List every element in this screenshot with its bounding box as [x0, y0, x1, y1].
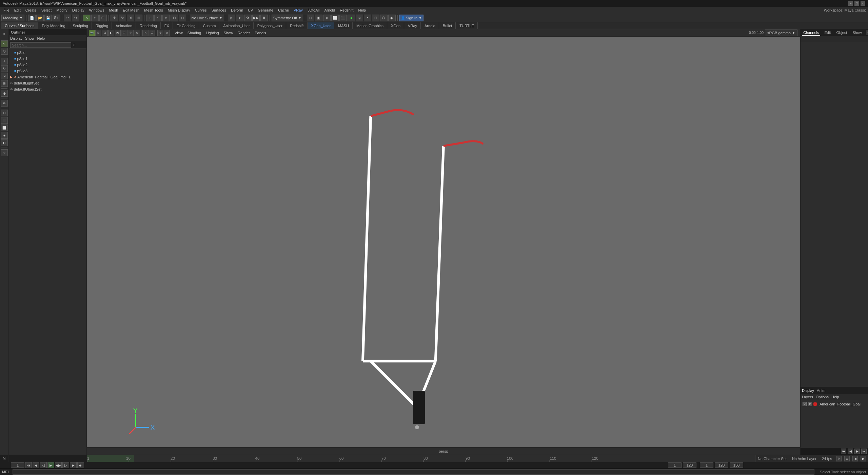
- disp6-btn[interactable]: ●: [348, 15, 355, 21]
- anim-nav2[interactable]: ▶: [861, 456, 866, 461]
- lp-tab-anim[interactable]: Anim: [817, 388, 825, 393]
- anim-end-input[interactable]: [715, 462, 728, 468]
- lt-extra4-btn[interactable]: ◈: [1, 132, 8, 139]
- lt-snap-btn[interactable]: ⊹: [1, 149, 8, 156]
- paint-lt-btn[interactable]: ⬡: [1, 48, 8, 55]
- menu-3dtoall[interactable]: 3DtoAll: [305, 7, 321, 14]
- render-btn[interactable]: ▷: [228, 15, 235, 21]
- rotate-btn[interactable]: ↻: [119, 15, 126, 21]
- shelf-tab-bullet[interactable]: Bullet: [439, 22, 456, 29]
- rp-nav-last[interactable]: ⏭: [861, 449, 867, 454]
- rp-tab-show[interactable]: Show: [851, 30, 863, 35]
- shelf-tab-poly-modeling[interactable]: Poly Modeling: [38, 22, 69, 29]
- menu-redshift[interactable]: Redshift: [338, 7, 355, 14]
- disp11-btn[interactable]: ◉: [388, 15, 396, 21]
- snap-point-btn[interactable]: ◇: [162, 15, 170, 21]
- disp5-btn[interactable]: ⬛: [339, 15, 347, 21]
- vp-menu-shading[interactable]: Shading: [185, 30, 203, 36]
- disp10-btn[interactable]: ⬡: [380, 15, 388, 21]
- pause-btn[interactable]: ⏸: [260, 15, 268, 21]
- disp1-btn[interactable]: □: [307, 15, 314, 21]
- shelf-tab-motion-graphics[interactable]: Motion Graphics: [353, 22, 387, 29]
- save-as-btn[interactable]: S+: [53, 15, 60, 21]
- shelf-tab-fit-caching[interactable]: Fit Caching: [173, 22, 199, 29]
- lp-tab-display[interactable]: Display: [802, 388, 814, 393]
- sign-in-btn[interactable]: 👤 Sign In ▼: [399, 15, 423, 21]
- lt-extra2-btn[interactable]: ⬛: [1, 117, 8, 124]
- vp-icon5[interactable]: ◩: [115, 30, 121, 36]
- disp7-btn[interactable]: ◎: [356, 15, 363, 21]
- close-button[interactable]: ×: [861, 1, 865, 6]
- viewport-canvas[interactable]: X Y: [87, 37, 800, 447]
- vp-menu-view[interactable]: View: [173, 30, 185, 36]
- outliner-item-psilo1[interactable]: ■ pSilo1: [9, 56, 86, 62]
- shelf-tab-rigging[interactable]: Rigging: [92, 22, 112, 29]
- render-settings-btn[interactable]: ⚙: [244, 15, 252, 21]
- menu-deform[interactable]: Deform: [229, 7, 245, 14]
- rp-btn1[interactable]: ◀: [866, 30, 868, 35]
- vp-icon4[interactable]: ◧: [108, 30, 114, 36]
- shelf-tab-animation[interactable]: Animation: [112, 22, 136, 29]
- rp-nav-next[interactable]: ▶: [854, 449, 860, 454]
- timeline-ruler-area[interactable]: 1 10 20 30 40 50 60 70 80 90 100 110 120: [87, 455, 755, 462]
- show-manipulator-btn[interactable]: ⊕: [1, 100, 8, 107]
- rp-tab-object[interactable]: Object: [835, 30, 848, 35]
- save-btn[interactable]: 💾: [44, 15, 52, 21]
- layer-item-afg[interactable]: V P American_Football_Goal: [801, 401, 867, 407]
- shelf-tab-mash[interactable]: MASH: [335, 22, 353, 29]
- shelf-tab-fx[interactable]: FX: [161, 22, 173, 29]
- layer-p-checkbox[interactable]: P: [808, 402, 812, 406]
- menu-cache[interactable]: Cache: [276, 7, 291, 14]
- gamma-display[interactable]: sRGB gamma ▼: [765, 30, 797, 36]
- maximize-button[interactable]: □: [854, 1, 859, 6]
- disp4-btn[interactable]: ⬜: [331, 15, 339, 21]
- anim-start-input[interactable]: [700, 462, 713, 468]
- snap-grid-btn[interactable]: ⊹: [146, 15, 154, 21]
- open-btn[interactable]: 📂: [36, 15, 44, 21]
- vp-menu-lighting[interactable]: Lighting: [204, 30, 221, 36]
- menu-edit[interactable]: Edit: [12, 7, 23, 14]
- shelf-tab-xgen[interactable]: XGen: [388, 22, 404, 29]
- outliner-menu-help[interactable]: Help: [37, 36, 45, 40]
- menu-uv[interactable]: UV: [246, 7, 255, 14]
- outliner-item-psilo[interactable]: ■ pSilo: [9, 50, 86, 56]
- menu-generate[interactable]: Generate: [256, 7, 275, 14]
- menu-curves[interactable]: Curves: [193, 7, 209, 14]
- menu-modify[interactable]: Modify: [54, 7, 69, 14]
- shelf-tab-custom[interactable]: Custom: [199, 22, 219, 29]
- transform-lt-btn[interactable]: ⊞: [1, 80, 8, 87]
- shelf-tab-turtle[interactable]: TURTLE: [456, 22, 478, 29]
- layer-v-checkbox[interactable]: V: [803, 402, 807, 406]
- ipr-btn[interactable]: ⊳: [236, 15, 243, 21]
- vp-icon2[interactable]: ⊟: [95, 30, 101, 36]
- shelf-tab-sculpting[interactable]: Sculpting: [70, 22, 92, 29]
- disp3-btn[interactable]: ◈: [323, 15, 331, 21]
- lasso-btn[interactable]: ⌖: [91, 15, 99, 21]
- shelf-tab-vray[interactable]: VRay: [405, 22, 421, 29]
- shelf-tab-arnold[interactable]: Arnold: [421, 22, 439, 29]
- vp-menu-show[interactable]: Show: [222, 30, 235, 36]
- lt-extra1-btn[interactable]: ⊡: [1, 110, 8, 116]
- redo-btn[interactable]: ↪: [72, 15, 79, 21]
- vp-icon6[interactable]: ◫: [121, 30, 127, 36]
- outliner-search-input[interactable]: [10, 42, 71, 48]
- range-end-input[interactable]: [683, 462, 696, 468]
- mode-dropdown[interactable]: Modeling ▼: [1, 15, 24, 21]
- layer-menu-options[interactable]: Options: [816, 395, 829, 399]
- vp-icon8[interactable]: ⊕: [134, 30, 140, 36]
- play-fwd-btn[interactable]: ▶: [47, 462, 54, 468]
- vp-icon9[interactable]: ↖: [142, 30, 149, 36]
- rp-nav-first[interactable]: ⏮: [841, 449, 846, 454]
- scale-btn[interactable]: ⇲: [127, 15, 134, 21]
- paint-select-btn[interactable]: ⬡: [99, 15, 107, 21]
- shelf-tab-xgen-user[interactable]: XGen_User: [308, 22, 334, 29]
- move-lt-btn[interactable]: ✛: [1, 58, 8, 64]
- menu-arnold[interactable]: Arnold: [322, 7, 337, 14]
- current-frame-input[interactable]: [11, 462, 24, 468]
- vp-menu-render[interactable]: Render: [236, 30, 252, 36]
- shelf-tab-polygons-user[interactable]: Polygons_User: [254, 22, 287, 29]
- next-key-btn[interactable]: ▷: [62, 462, 69, 468]
- menu-windows[interactable]: Windows: [87, 7, 106, 14]
- anim-nav1[interactable]: ◀: [852, 456, 858, 461]
- skip-to-start-btn[interactable]: ⏮: [25, 462, 32, 468]
